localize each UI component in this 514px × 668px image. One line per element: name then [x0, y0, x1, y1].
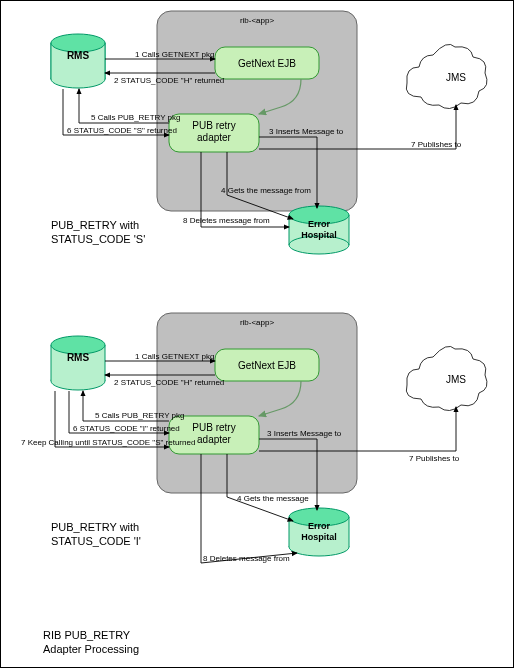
error-hospital-l2: Hospital: [301, 230, 337, 240]
pub-retry-l1: PUB retry: [192, 120, 235, 131]
edge-6-label-2: 6 STATUS_CODE "I" returned: [73, 424, 180, 433]
rms-label-2: RMS: [67, 352, 90, 363]
jms-cloud-icon-2: JMS: [406, 346, 487, 410]
caption-bot-l2: STATUS_CODE 'I': [51, 535, 141, 547]
edge-3-label-2: 3 Inserts Message to: [267, 429, 342, 438]
edge-2-label-2: 2 STATUS_CODE "H" returned: [114, 378, 224, 387]
error-hospital-l2-2: Hospital: [301, 532, 337, 542]
pub-retry-l2-2: adapter: [197, 434, 232, 445]
error-hospital-l1: Error: [308, 219, 331, 229]
edge-5-label-2: 5 Calls PUB_RETRY pkg: [95, 411, 185, 420]
pub-retry-l2: adapter: [197, 132, 232, 143]
diagram-top: rib-<app> RMS GetNext EJB PUB retry adap…: [51, 11, 487, 254]
diagram-page: rib-<app> RMS GetNext EJB PUB retry adap…: [0, 0, 514, 668]
pub-retry-l1-2: PUB retry: [192, 422, 235, 433]
edge-5-label: 5 Calls PUB_RETRY pkg: [91, 113, 181, 122]
edge-1-label-2: 1 Calls GETNEXT pkg: [135, 352, 214, 361]
rms-db-icon-2: RMS: [51, 336, 105, 390]
rib-app-label-2: rib-<app>: [240, 318, 275, 327]
jms-label-2: JMS: [446, 374, 466, 385]
caption-top-l2: STATUS_CODE 'S': [51, 233, 145, 245]
diagram-bottom: rib-<app> RMS GetNext EJB PUB retry adap…: [21, 313, 487, 563]
edge-7-label: 7 Publishes to: [411, 140, 462, 149]
edge-8-label-2: 8 Deletes message from: [203, 554, 290, 563]
edge-8-label: 8 Deletes message from: [183, 216, 270, 225]
caption-bot-l1: PUB_RETRY with: [51, 521, 139, 533]
rms-label: RMS: [67, 50, 90, 61]
edge-7-label-2: 7 Publishes to: [409, 454, 460, 463]
edge-4-label-2: 4 Gets the message: [237, 494, 309, 503]
rib-app-container: [157, 11, 357, 211]
jms-cloud-icon: JMS: [406, 44, 487, 108]
jms-label: JMS: [446, 72, 466, 83]
rib-app-container-2: [157, 313, 357, 493]
footer-l1: RIB PUB_RETRY: [43, 629, 131, 641]
getnext-ejb-label-2: GetNext EJB: [238, 360, 296, 371]
error-hospital-l1-2: Error: [308, 521, 331, 531]
edge-6-label: 6 STATUS_CODE "S" returned: [67, 126, 177, 135]
caption-top-l1: PUB_RETRY with: [51, 219, 139, 231]
edge-7b-label-2: 7 Keep Calling until STATUS_CODE "S" ret…: [21, 438, 195, 447]
footer-l2: Adapter Processing: [43, 643, 139, 655]
edge-1-label: 1 Calls GETNEXT pkg: [135, 50, 214, 59]
edge-3-label: 3 Inserts Message to: [269, 127, 344, 136]
rms-db-icon: RMS: [51, 34, 105, 88]
getnext-ejb-label: GetNext EJB: [238, 58, 296, 69]
edge-4-label: 4 Gets the message from: [221, 186, 311, 195]
rib-app-label: rib-<app>: [240, 16, 275, 25]
edge-2-label: 2 STATUS_CODE "H" returned: [114, 76, 224, 85]
error-hospital-db-icon-2: Error Hospital: [289, 508, 349, 556]
error-hospital-db-icon: Error Hospital: [289, 206, 349, 254]
